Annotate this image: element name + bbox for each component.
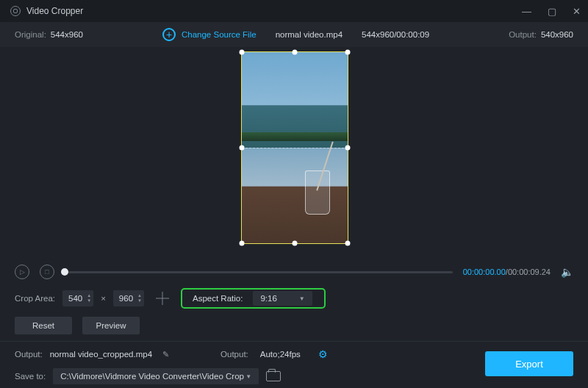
chevron-down-icon: ▼ — [299, 295, 305, 302]
crop-height-spinner[interactable]: ▲▼ — [137, 293, 142, 303]
change-source-label: Change Source File — [182, 30, 257, 39]
aspect-ratio-dropdown[interactable]: 9:16 ▼ — [253, 291, 312, 306]
action-buttons-row: Reset Preview — [0, 313, 588, 338]
crop-handle-tl[interactable] — [240, 50, 245, 55]
time-display: 00:00:00.00/00:00:09.24 — [463, 267, 551, 276]
crop-area-label: Crop Area: — [15, 294, 55, 303]
crop-height-value: 960 — [119, 294, 133, 303]
source-filename: normal video.mp4 — [276, 30, 343, 39]
preview-label: Preview — [96, 321, 126, 330]
crop-midline — [242, 148, 348, 148]
app-icon — [10, 6, 21, 16]
window-controls: — ▢ ✕ — [522, 6, 581, 17]
play-button[interactable]: ▷ — [15, 265, 29, 279]
crop-width-value: 540 — [68, 294, 82, 303]
crop-settings-row: Crop Area: 540 ▲▼ × 960 ▲▼ Aspect Ratio:… — [0, 284, 588, 313]
time-total: 00:00:09.24 — [508, 267, 551, 276]
crop-height-field[interactable]: 960 ▲▼ — [113, 290, 144, 306]
crop-box[interactable] — [241, 51, 348, 244]
output-filename: normal video_cropped.mp4 — [50, 350, 152, 359]
aspect-ratio-group: Aspect Ratio: 9:16 ▼ — [181, 288, 326, 309]
info-bar: Original: 544x960 + Change Source File n… — [0, 22, 588, 47]
separator — [0, 341, 588, 342]
open-folder-icon[interactable] — [266, 371, 281, 381]
crop-handle-ml[interactable] — [240, 146, 245, 151]
crop-handle-bl[interactable] — [240, 241, 245, 246]
aspect-ratio-label: Aspect Ratio: — [193, 294, 243, 303]
preview-button[interactable]: Preview — [82, 317, 140, 334]
output-file-label: Output: — [15, 350, 43, 359]
center-crop-icon[interactable] — [156, 292, 169, 305]
output-format-value: Auto;24fps — [260, 350, 301, 359]
output-label: Output: — [509, 30, 537, 39]
export-label: Export — [515, 359, 543, 370]
aspect-ratio-value: 9:16 — [260, 294, 276, 303]
seek-track[interactable] — [65, 271, 453, 273]
times-symbol: × — [101, 294, 106, 303]
preview-image-bottom — [242, 148, 348, 243]
preview-glass — [305, 170, 330, 215]
reset-label: Reset — [32, 321, 54, 330]
crop-handle-bc[interactable] — [293, 241, 298, 246]
close-button[interactable]: ✕ — [573, 6, 581, 17]
preview-island — [242, 132, 348, 141]
save-to-label: Save to: — [15, 372, 46, 381]
volume-icon[interactable]: 🔈 — [561, 266, 573, 278]
time-current: 00:00:00.00 — [463, 267, 506, 276]
chevron-down-icon: ▼ — [245, 373, 251, 380]
titlebar: Video Cropper — ▢ ✕ — [0, 0, 588, 22]
maximize-button[interactable]: ▢ — [548, 6, 556, 17]
save-path-value: C:\Vidmore\Vidmore Video Converter\Video… — [60, 372, 244, 381]
export-button[interactable]: Export — [485, 351, 573, 376]
output-format-label: Output: — [220, 350, 248, 359]
app-title: Video Cropper — [26, 6, 83, 16]
crop-handle-tr[interactable] — [345, 50, 351, 55]
reset-button[interactable]: Reset — [15, 317, 72, 334]
crop-handle-mr[interactable] — [345, 146, 351, 151]
crop-width-spinner[interactable]: ▲▼ — [87, 293, 91, 303]
plus-circle-icon: + — [162, 28, 176, 41]
source-dims-time: 544x960/00:00:09 — [362, 30, 429, 39]
seek-knob[interactable] — [61, 268, 68, 276]
stop-button[interactable]: □ — [40, 265, 54, 279]
crop-width-field[interactable]: 540 ▲▼ — [62, 290, 93, 306]
save-path-dropdown[interactable]: C:\Vidmore\Vidmore Video Converter\Video… — [53, 368, 259, 384]
minimize-button[interactable]: — — [522, 6, 531, 17]
change-source-button[interactable]: + Change Source File — [162, 28, 257, 41]
original-dimensions: 544x960 — [51, 30, 83, 39]
preview-canvas[interactable] — [0, 47, 588, 260]
edit-filename-icon[interactable]: ✎ — [162, 350, 169, 359]
crop-handle-br[interactable] — [345, 241, 351, 246]
output-settings-gear-icon[interactable]: ⚙ — [318, 348, 328, 360]
crop-handle-tc[interactable] — [293, 50, 298, 55]
timeline: ▷ □ 00:00:00.00/00:00:09.24 🔈 — [0, 260, 588, 284]
original-label: Original: — [15, 30, 46, 39]
output-dimensions: 540x960 — [541, 30, 573, 39]
